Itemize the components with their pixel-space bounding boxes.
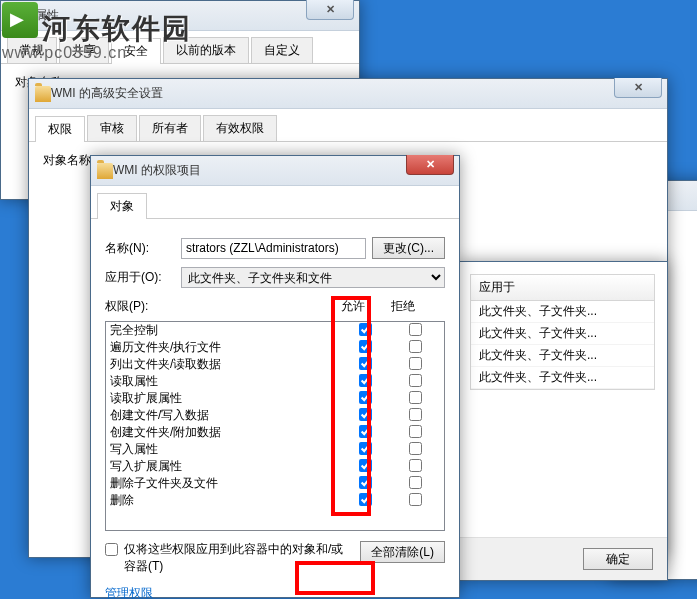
permissions-label: 权限(P): [105, 298, 328, 315]
permission-row: 读取扩展属性 [106, 390, 444, 407]
permission-label: 读取扩展属性 [110, 390, 340, 407]
deny-checkbox[interactable] [409, 323, 422, 336]
window-title: WMI 的权限项目 [113, 162, 453, 179]
deny-checkbox[interactable] [409, 425, 422, 438]
tab-permissions[interactable]: 权限 [35, 116, 85, 142]
titlebar[interactable]: WMI 的高级安全设置 ✕ [29, 79, 667, 109]
allow-header: 允许 [328, 298, 378, 315]
allow-checkbox[interactable] [359, 323, 372, 336]
deny-checkbox[interactable] [409, 374, 422, 387]
allow-checkbox[interactable] [359, 425, 372, 438]
permission-row: 创建文件/写入数据 [106, 407, 444, 424]
ok-button[interactable]: 确定 [583, 548, 653, 570]
deny-checkbox[interactable] [409, 408, 422, 421]
tab-share[interactable]: 共享 [59, 37, 109, 63]
deny-checkbox[interactable] [409, 493, 422, 506]
allow-checkbox[interactable] [359, 391, 372, 404]
principal-name-input[interactable] [181, 238, 366, 259]
allow-checkbox[interactable] [359, 442, 372, 455]
allow-checkbox[interactable] [359, 357, 372, 370]
permission-label: 写入扩展属性 [110, 458, 340, 475]
permission-row: 删除子文件夹及文件 [106, 475, 444, 492]
name-label: 名称(N): [105, 240, 175, 257]
tabs: 权限 审核 所有者 有效权限 [29, 109, 667, 142]
folder-icon [97, 163, 113, 179]
permission-label: 删除 [110, 492, 340, 509]
permission-row: 删除 [106, 492, 444, 509]
applyto-row[interactable]: 此文件夹、子文件夹... [471, 323, 654, 345]
permission-label: 遍历文件夹/执行文件 [110, 339, 340, 356]
tab-object[interactable]: 对象 [97, 193, 147, 219]
tab-security[interactable]: 安全 [111, 38, 161, 64]
window-title: WMI 属性 [7, 7, 353, 24]
applyto-row[interactable]: 此文件夹、子文件夹... [471, 345, 654, 367]
manage-permissions-link[interactable]: 管理权限 [105, 586, 153, 599]
deny-header: 拒绝 [378, 298, 428, 315]
tab-previous[interactable]: 以前的版本 [163, 37, 249, 63]
tab-custom[interactable]: 自定义 [251, 37, 313, 63]
permission-label: 完全控制 [110, 322, 340, 339]
deny-checkbox[interactable] [409, 476, 422, 489]
close-button[interactable]: ✕ [306, 0, 354, 20]
applyto-row[interactable]: 此文件夹、子文件夹... [471, 301, 654, 323]
allow-checkbox[interactable] [359, 493, 372, 506]
allow-checkbox[interactable] [359, 374, 372, 387]
permission-label: 读取属性 [110, 373, 340, 390]
permission-row: 创建文件夹/附加数据 [106, 424, 444, 441]
permissions-list[interactable]: 完全控制遍历文件夹/执行文件列出文件夹/读取数据读取属性读取扩展属性创建文件/写… [106, 322, 444, 530]
change-button[interactable]: 更改(C)... [372, 237, 445, 259]
permission-row: 写入属性 [106, 441, 444, 458]
close-button[interactable]: ✕ [614, 78, 662, 98]
applyto-select[interactable]: 此文件夹、子文件夹和文件 [181, 267, 445, 288]
only-container-checkbox[interactable] [105, 543, 118, 556]
applyto-table: 应用于 此文件夹、子文件夹... 此文件夹、子文件夹... 此文件夹、子文件夹.… [470, 274, 655, 390]
deny-checkbox[interactable] [409, 391, 422, 404]
tab-audit[interactable]: 审核 [87, 115, 137, 141]
permission-row: 列出文件夹/读取数据 [106, 356, 444, 373]
tab-general[interactable]: 常规 [7, 37, 57, 63]
permission-row: 写入扩展属性 [106, 458, 444, 475]
folder-icon [35, 86, 51, 102]
deny-checkbox[interactable] [409, 442, 422, 455]
deny-checkbox[interactable] [409, 357, 422, 370]
allow-checkbox[interactable] [359, 340, 372, 353]
object-name-label: 对象名称: [43, 153, 94, 167]
permission-label: 删除子文件夹及文件 [110, 475, 340, 492]
tabs: 对象 [91, 186, 459, 219]
tab-effective[interactable]: 有效权限 [203, 115, 277, 141]
permission-row: 遍历文件夹/执行文件 [106, 339, 444, 356]
permission-row: 完全控制 [106, 322, 444, 339]
titlebar[interactable]: WMI 的权限项目 ✕ [91, 156, 459, 186]
permission-label: 列出文件夹/读取数据 [110, 356, 340, 373]
permissions-listbox: 完全控制遍历文件夹/执行文件列出文件夹/读取数据读取属性读取扩展属性创建文件/写… [105, 321, 445, 531]
permission-label: 创建文件夹/附加数据 [110, 424, 340, 441]
tabs: 常规 共享 安全 以前的版本 自定义 [1, 31, 359, 64]
allow-checkbox[interactable] [359, 476, 372, 489]
deny-checkbox[interactable] [409, 459, 422, 472]
permission-label: 创建文件/写入数据 [110, 407, 340, 424]
close-button[interactable]: ✕ [406, 155, 454, 175]
applyto-panel: 应用于 此文件夹、子文件夹... 此文件夹、子文件夹... 此文件夹、子文件夹.… [458, 261, 668, 581]
applyto-label: 应用于(O): [105, 269, 175, 286]
allow-checkbox[interactable] [359, 408, 372, 421]
permission-row: 读取属性 [106, 373, 444, 390]
clear-all-button[interactable]: 全部清除(L) [360, 541, 445, 563]
titlebar[interactable]: WMI 属性 ✕ [1, 1, 359, 31]
applyto-header: 应用于 [471, 275, 654, 301]
tab-owner[interactable]: 所有者 [139, 115, 201, 141]
deny-checkbox[interactable] [409, 340, 422, 353]
allow-checkbox[interactable] [359, 459, 372, 472]
applyto-row[interactable]: 此文件夹、子文件夹... [471, 367, 654, 389]
window-title: WMI 的高级安全设置 [51, 85, 661, 102]
permission-entry-window: WMI 的权限项目 ✕ 对象 名称(N): 更改(C)... 应用于(O): 此… [90, 155, 460, 598]
permission-label: 写入属性 [110, 441, 340, 458]
only-container-label: 仅将这些权限应用到此容器中的对象和/或容器(T) [124, 541, 354, 575]
